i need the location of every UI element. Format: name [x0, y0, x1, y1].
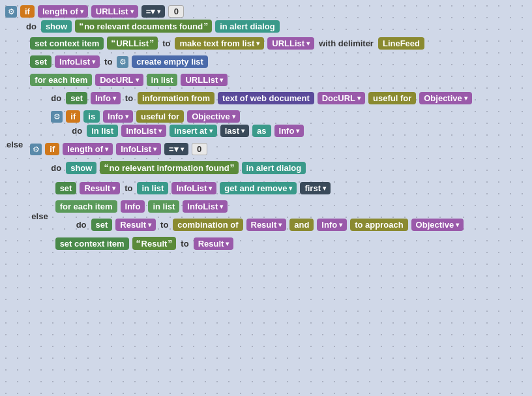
zero-val-2: 0 [192, 143, 207, 155]
if-header-row: ⚙ if length of URLList =▾ 0 [5, 5, 527, 18]
to-label-3: to [124, 93, 134, 103]
inner-do-row: do in list InfoList insert at last as [51, 125, 471, 137]
inner-if-row: ⚙ if is Info useful for Objective [51, 110, 471, 123]
in-list-3[interactable]: in list [137, 182, 168, 194]
result-var-3[interactable]: Result [246, 219, 287, 231]
set-context-1[interactable]: set context item [30, 37, 104, 50]
get-remove-block[interactable]: get and remove [220, 182, 297, 194]
to-label-6: to [179, 239, 190, 249]
useful-for-1[interactable]: useful for [368, 92, 416, 104]
urllist-var-2[interactable]: URLList [267, 37, 314, 50]
set-info-block[interactable]: set [66, 92, 87, 104]
info-var-5[interactable]: Info [317, 219, 347, 231]
result-var-1[interactable]: Result [80, 182, 120, 194]
for-each-block[interactable]: for each item [30, 74, 92, 86]
objective-var-2[interactable]: Objective [187, 110, 240, 123]
create-empty-list[interactable]: create empty list [132, 55, 208, 68]
infolist-var-2[interactable]: InfoList [121, 125, 166, 137]
if-keyword-3: if [45, 143, 59, 155]
for-each-row: for each item DocURL in list URLList [30, 74, 471, 86]
length-of-block-1[interactable]: length of [38, 5, 88, 18]
zero-val-1: 0 [168, 5, 184, 18]
info-var-4[interactable]: Info [121, 200, 145, 213]
second-if-row: ⚙ if length of InfoList =▾ 0 [30, 143, 471, 155]
else-row-2: else set Result to in list [30, 180, 471, 252]
equals-op-1[interactable]: =▾ [141, 5, 166, 18]
gear-icon-3[interactable]: ⚙ [51, 111, 63, 123]
no-docs-string: no relevant documents found [75, 20, 212, 33]
text-of-block[interactable]: text of web document [218, 92, 314, 104]
result-var-2[interactable]: Result [115, 219, 156, 231]
is-block[interactable]: is [83, 110, 100, 123]
block-canvas: ⚙ if length of URLList =▾ 0 do show no r… [5, 3, 527, 256]
in-list-2[interactable]: in list [87, 125, 118, 137]
infolist-var-5[interactable]: InfoList [183, 200, 228, 213]
in-alert-1[interactable]: in alert dialog [215, 20, 280, 33]
urllist-var-1[interactable]: URLList [91, 5, 138, 18]
in-alert-2[interactable]: in alert dialog [242, 162, 306, 174]
result-var-4[interactable]: Result [194, 237, 234, 250]
do-label-1: do [25, 22, 38, 31]
do-label-4: do [50, 163, 63, 173]
result-str: Result [132, 237, 177, 250]
objective-var-1[interactable]: Objective [419, 92, 472, 104]
infolist-var-1[interactable]: InfoList [55, 55, 100, 68]
if-keyword: if [20, 5, 35, 18]
show-block-2[interactable]: show [66, 162, 96, 174]
last-val[interactable]: last [220, 125, 249, 137]
first-val[interactable]: first [300, 182, 331, 194]
objective-var-3[interactable]: Objective [411, 219, 464, 231]
to-approach-block[interactable]: to approach [350, 219, 407, 231]
info-var-1[interactable]: Info [91, 92, 121, 104]
set-result-row: set Result to in list InfoList [55, 182, 464, 194]
linefeed-var[interactable]: LineFeed [378, 37, 424, 50]
insert-at-block[interactable]: insert at [170, 125, 217, 137]
else-row: else set context item URLList to make te… [5, 35, 527, 254]
if-keyword-2: if [66, 110, 80, 123]
as-label[interactable]: as [252, 125, 271, 137]
for-each-info-row: for each item Info in list InfoList [55, 200, 464, 213]
useful-for-2[interactable]: useful for [136, 110, 184, 123]
do-label-5: do [75, 220, 88, 230]
set-context-result-row: set context item Result to Result [55, 237, 464, 250]
show-block-1[interactable]: show [41, 20, 72, 33]
urllist-var-3[interactable]: URLList [181, 74, 228, 86]
info-var-3[interactable]: Info [274, 125, 304, 137]
do-set-info-row: do set Info to information from text of … [30, 92, 471, 104]
in-list-1[interactable]: in list [147, 74, 178, 86]
urllist-str: URLList [107, 37, 158, 50]
else-label-2: else [30, 211, 49, 221]
to-label-5: to [159, 220, 170, 230]
set-context-2[interactable]: set context item [55, 237, 129, 250]
set-infolist-row: set InfoList to ⚙ create empty list [30, 55, 471, 68]
to-label-2: to [103, 57, 113, 67]
do-label-3: do [70, 126, 83, 136]
length-of-block-2[interactable]: length of [63, 143, 113, 155]
gear-icon-2[interactable]: ⚙ [117, 56, 128, 68]
else-label: else [5, 140, 24, 149]
set-result-block-2[interactable]: set [91, 219, 113, 231]
info-from-block[interactable]: information from [138, 92, 214, 104]
docurl-var[interactable]: DocURL [95, 74, 143, 86]
set-infolist[interactable]: set [30, 55, 52, 68]
to-label-4: to [123, 183, 134, 193]
and-block[interactable]: and [289, 219, 314, 231]
to-label-1: to [161, 38, 171, 48]
equals-op-2[interactable]: =▾ [164, 143, 188, 155]
make-text-block[interactable]: make text from list [175, 37, 264, 50]
for-each-block-2[interactable]: for each item [55, 200, 117, 213]
infolist-var-4[interactable]: InfoList [171, 182, 216, 194]
combination-block[interactable]: combination of [173, 219, 243, 231]
inner-if-section: ⚙ if is Info useful for Objective [30, 108, 471, 139]
info-var-2[interactable]: Info [103, 110, 133, 123]
in-list-4[interactable]: in list [148, 200, 179, 213]
gear-icon-1[interactable]: ⚙ [5, 6, 17, 18]
docurl-var-2[interactable]: DocURL [318, 92, 365, 104]
do-label-2: do [50, 93, 63, 103]
do-row-1: do show no relevant documents found in a… [5, 20, 527, 33]
gear-icon-4[interactable]: ⚙ [30, 144, 42, 155]
set-result-block[interactable]: set [55, 182, 77, 194]
set-context-urllist-row: set context item URLList to make text fr… [30, 37, 471, 50]
no-info-string: no relevant information found [100, 161, 238, 174]
infolist-var-3[interactable]: InfoList [116, 143, 161, 155]
